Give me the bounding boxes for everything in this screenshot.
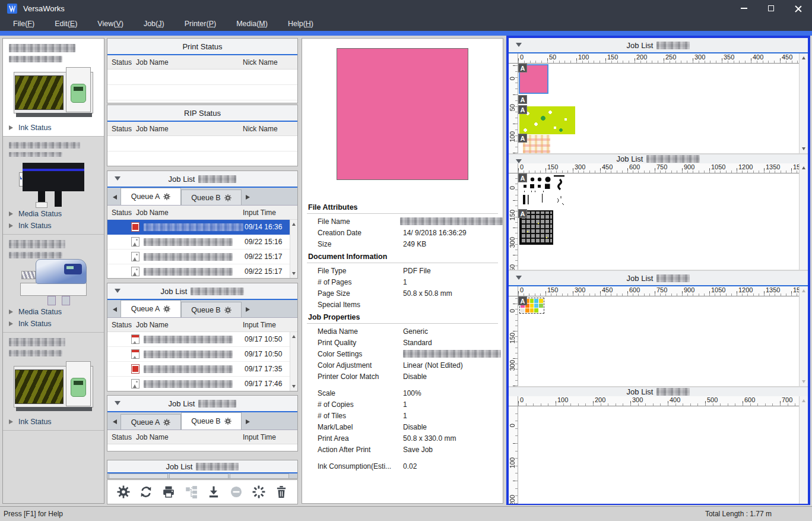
menu-item[interactable]: Job(J) [144,20,164,28]
job-row[interactable]: 09/22 15:16 [107,235,290,250]
queue-next-button[interactable] [242,414,253,430]
printer-card-2[interactable]: Media Status Ink Status [3,137,104,235]
collapse-icon[interactable] [115,401,120,405]
rip-button[interactable] [251,484,267,500]
job-row[interactable]: 09/17 17:46 [107,377,290,391]
collapse-icon[interactable] [516,159,522,163]
property-value: 249 KB [403,240,426,248]
property-row: # of Tiles 1 [302,410,503,421]
collapse-icon[interactable] [516,43,522,47]
maximize-button[interactable] [757,0,785,17]
scroll-down-icon[interactable] [802,147,805,150]
scroll-up-icon[interactable] [802,166,805,169]
gear-icon[interactable] [224,307,231,314]
layout-canvas[interactable]: A [518,296,799,386]
menu-item[interactable]: Edit(E) [55,20,77,28]
layout-canvas[interactable]: A A A A [518,64,799,153]
property-label: Media Name [318,327,403,336]
gear-icon[interactable] [163,305,170,312]
close-button[interactable] [785,0,812,17]
minimize-button[interactable] [730,0,757,17]
scroll-down-icon[interactable] [292,385,296,388]
scrollbar[interactable] [799,163,808,270]
property-value: 0.02 [403,462,417,471]
layout-canvas[interactable] [518,406,799,504]
scrollbar[interactable] [799,53,808,153]
job-thumbnail-flowers[interactable] [519,106,575,134]
scrollbar[interactable] [290,220,297,278]
printer-status-link[interactable]: Ink Status [9,220,98,232]
printer-card-3[interactable]: Media Status Ink Status [3,235,104,333]
menu-item[interactable]: Help(H) [288,20,313,28]
property-row: # of Copies 1 [302,399,503,410]
tab-queue-b[interactable]: Queue B [181,412,242,430]
property-row: Color Adjustment Linear (Not Edited) [302,359,503,371]
job-row[interactable]: 09/17 10:50 [107,347,290,362]
job-row[interactable]: 09/17 17:35 [107,362,290,377]
job-row[interactable]: 09/14 16:36 [107,220,290,235]
tab-queue-b[interactable]: Queue B [181,302,242,317]
tab-queue-a[interactable]: Queue A [120,414,181,430]
job-row[interactable]: 09/17 10:50 [107,332,290,347]
gear-icon[interactable] [224,194,231,201]
property-value: PDF File [403,267,431,275]
settings-button[interactable] [116,484,131,500]
gear-icon[interactable] [224,418,231,425]
collapse-icon[interactable] [115,289,120,293]
scrollbar[interactable] [799,396,808,504]
printer-status-link[interactable]: Ink Status [9,318,98,330]
delete-icon [275,485,288,498]
print-button[interactable] [161,484,176,500]
queue-prev-button[interactable] [109,190,120,205]
scroll-up-icon[interactable] [802,56,805,59]
printer-status-link[interactable]: Ink Status [9,122,98,134]
job-name-redacted [144,351,233,358]
download-icon [207,485,220,498]
scroll-up-icon[interactable] [802,289,805,292]
menu-item[interactable]: Media(M) [236,20,268,28]
gear-icon[interactable] [163,193,170,200]
queue-next-button[interactable] [242,302,253,317]
printer-status-link[interactable]: Media Status [9,208,98,220]
job-row[interactable]: 09/22 15:17 [107,250,290,264]
job-row[interactable]: 09/22 15:17 [107,264,290,279]
scroll-down-icon[interactable] [802,380,805,383]
refresh-button[interactable] [138,484,154,500]
job-list-4-header[interactable]: Job List [107,460,297,472]
property-label: Color Adjustment [318,361,403,370]
queue-prev-button[interactable] [109,414,120,430]
layout-canvas[interactable]: A A [518,173,799,270]
scrollbar[interactable] [799,286,808,386]
collapse-icon[interactable] [115,176,120,181]
layout-panel-4: Job List 0100200300400500600700 0100200 [509,387,808,504]
download-button[interactable] [206,484,221,500]
collapsed-tabstrip [107,473,297,478]
remove-button[interactable] [229,484,244,500]
collapse-icon[interactable] [516,276,522,280]
printer-status-link[interactable]: Ink Status [9,416,98,428]
nest-button[interactable] [183,484,199,500]
file-type-icon [131,252,139,261]
scroll-up-icon[interactable] [292,223,296,226]
tab-queue-b[interactable]: Queue B [181,190,242,205]
printer-card-4[interactable]: Ink Status [3,333,104,431]
scrollbar[interactable] [290,332,297,391]
menu-item[interactable]: File(F) [13,20,34,28]
tab-queue-a[interactable]: Queue A [120,188,181,205]
queue-next-button[interactable] [242,190,253,205]
job-input-time: 09/22 15:17 [245,267,290,276]
delete-button[interactable] [274,484,289,500]
printer-status-link[interactable]: Media Status [9,306,98,318]
menu-item[interactable]: Printer(P) [185,20,217,28]
scroll-up-icon[interactable] [292,335,296,338]
scroll-down-icon[interactable] [292,272,296,275]
gear-icon[interactable] [163,419,170,426]
job-preview-image [337,48,468,180]
printer-card-1[interactable]: Ink Status [3,39,104,137]
scroll-up-icon[interactable] [802,399,805,402]
tab-queue-a[interactable]: Queue A [120,300,181,317]
job-a-badge: A [518,296,527,305]
remove-icon [230,485,243,498]
menu-item[interactable]: View(V) [97,20,123,28]
queue-prev-button[interactable] [109,302,120,317]
